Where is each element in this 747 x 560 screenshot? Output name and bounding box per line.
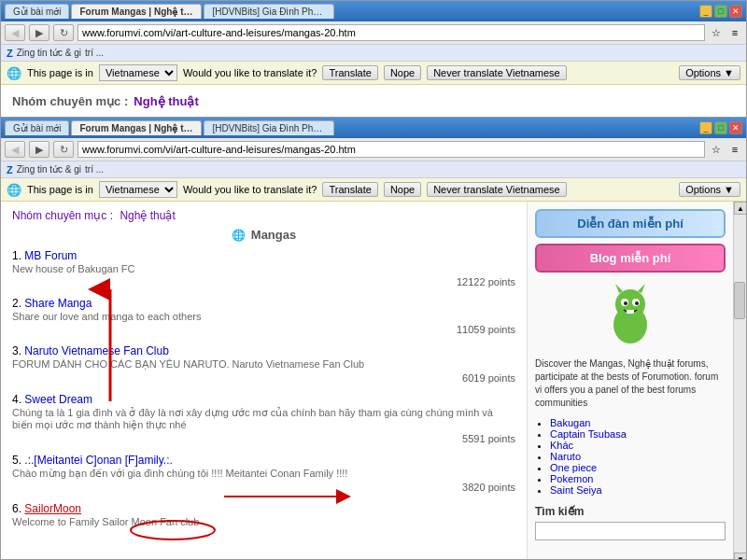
forum-1-desc: New house of Bakugan FC (12, 263, 515, 274)
forum-5-title[interactable]: .:.[Meitantei C]onan [F]amily.:. (24, 454, 173, 467)
link-pokemon: Pokemon (550, 473, 726, 484)
nope-button-1[interactable]: Nope (384, 65, 421, 80)
translate-bar-1: 🌐 This page is in Vietnamese Would you l… (1, 62, 746, 85)
breadcrumb-link-partial[interactable]: Nghệ thuật (134, 94, 198, 108)
zing-logo-2: Z (7, 164, 13, 175)
options-button-1[interactable]: Options ▼ (679, 65, 740, 80)
browser-window-2: Gửi bài mới Forum Mangas | Nghệ thuật [H… (0, 117, 747, 560)
translate-button-2[interactable]: Translate (322, 182, 377, 197)
maximize-btn-1[interactable]: □ (714, 5, 727, 18)
scroll-up-btn[interactable]: ▲ (734, 202, 746, 215)
forum-2-num: 2. (12, 297, 24, 310)
translate-bar-2: 🌐 This page is in Vietnamese Would you l… (1, 178, 746, 202)
address-bar-2[interactable] (78, 141, 705, 158)
forward-btn-2[interactable]: ▶ (29, 141, 49, 158)
translate-button-1[interactable]: Translate (322, 65, 377, 80)
link-naruto: Naruto (550, 451, 726, 462)
svg-point-5 (635, 301, 639, 305)
star-icon-1[interactable]: ☆ (709, 25, 724, 40)
forum-3-title[interactable]: Naruto Vietnamese Fan Club (24, 344, 169, 357)
link-khac: Khác (550, 440, 726, 451)
search-input[interactable] (535, 522, 726, 540)
forum-1-num: 1. (12, 249, 24, 262)
never-button-1[interactable]: Never translate Vietnamese (427, 65, 567, 80)
forum-3-desc: FORUM DÀNH CHO CÁC BẠN YÊU NARUTO. Narut… (12, 358, 515, 371)
refresh-btn-1[interactable]: ↻ (53, 24, 74, 41)
title-bar-1: Gửi bài mới Forum Mangas | Nghệ thuật [H… (1, 1, 746, 21)
forum-item-3: 3. Naruto Vietnamese Fan Club FORUM DÀNH… (12, 344, 515, 384)
forum-2-title[interactable]: Share Manga (24, 297, 92, 310)
forum-3-points: 6019 points (12, 372, 515, 384)
link-saintseiya-a[interactable]: Saint Seiya (550, 484, 602, 496)
minimize-btn-2[interactable]: _ (699, 121, 712, 134)
translate-question-1: Would you like to translate it? (183, 67, 317, 78)
link-naruto-a[interactable]: Naruto (550, 451, 581, 462)
forum-2-points: 11059 points (12, 324, 515, 335)
menu-icon-1[interactable]: ≡ (727, 25, 742, 40)
forum-item-6: 6. SailorMoon Welcome to Family Sailor M… (12, 502, 515, 527)
refresh-btn-2[interactable]: ↻ (53, 141, 74, 158)
forum-5-desc: Chào mừng bạn đến với gia đình chúng tôi… (12, 468, 515, 480)
minimize-btn-1[interactable]: _ (699, 5, 712, 18)
forum-item-2: 2. Share Manga Share our love and manga … (12, 297, 515, 335)
tab-1-video[interactable]: [HDVNBits] Gia Đình Phép Th... (204, 4, 334, 19)
tab-strip-2: Gửi bài mới Forum Mangas | Nghệ thuật [H… (5, 120, 334, 135)
menu-icon-2[interactable]: ≡ (727, 142, 742, 157)
zing-text-2: Zing tin tức & gi (17, 164, 81, 175)
link-onepiece: One piece (550, 462, 726, 473)
forum-6-title[interactable]: SailorMoon (24, 502, 81, 515)
link-khac-a[interactable]: Khác (550, 440, 573, 451)
link-captain-a[interactable]: Captain Tsubasa (550, 428, 627, 440)
scroll-down-btn[interactable]: ▼ (734, 553, 746, 560)
breadcrumb-partial: Nhóm chuyên mục : (12, 94, 128, 108)
svg-point-1 (615, 289, 645, 319)
zing-bar-2: Z Zing tin tức & gi trí ... (1, 161, 746, 178)
link-onepiece-a[interactable]: One piece (550, 462, 597, 473)
win-controls-1: _ □ ✕ (699, 5, 742, 18)
forum-5-num: 5. (12, 454, 24, 467)
maximize-btn-2[interactable]: □ (714, 121, 727, 134)
breadcrumb-link[interactable]: Nghệ thuật (120, 209, 175, 222)
forum-item-5: 5. .:.[Meitantei C]onan [F]amily.:. Chào… (12, 454, 515, 493)
zing-extra-2: trí ... (85, 164, 104, 175)
nav-bar-1: ◀ ▶ ↻ ☆ ≡ (1, 21, 746, 45)
forum-3-num: 3. (12, 344, 24, 357)
close-btn-1[interactable]: ✕ (729, 5, 742, 18)
never-button-2[interactable]: Never translate Vietnamese (427, 182, 567, 197)
star-icon-2[interactable]: ☆ (709, 142, 724, 157)
tab-2-forum[interactable]: Forum Mangas | Nghệ thuật (71, 120, 202, 135)
back-btn-2[interactable]: ◀ (5, 141, 25, 158)
close-btn-2[interactable]: ✕ (729, 121, 742, 134)
forum-links-list: Bakugan Captain Tsubasa Khác Naruto One … (535, 417, 726, 496)
tab-2-video[interactable]: [HDVNBits] Gia Đình Phép Th... (204, 120, 334, 135)
translate-icon-2: 🌐 (7, 183, 21, 197)
discover-text: Discover the Mangas, Nghệ thuật forums, … (535, 357, 726, 410)
forum-4-title[interactable]: Sweet Dream (24, 393, 92, 406)
link-captain: Captain Tsubasa (550, 428, 726, 440)
search-section: Tìm kiếm (535, 505, 726, 540)
page-wrapper: Gửi bài mới Forum Mangas | Nghệ thuật [H… (0, 0, 747, 560)
win-controls-2: _ □ ✕ (699, 121, 742, 134)
address-bar-1[interactable] (78, 24, 705, 41)
language-select-2[interactable]: Vietnamese (99, 181, 177, 198)
tab-1-send[interactable]: Gửi bài mới (5, 4, 69, 19)
tab-2-send[interactable]: Gửi bài mới (5, 120, 69, 135)
options-button-2[interactable]: Options ▼ (679, 182, 740, 197)
back-btn-1[interactable]: ◀ (5, 24, 25, 41)
svg-marker-7 (615, 284, 623, 293)
link-bakugan-a[interactable]: Bakugan (550, 417, 590, 428)
zing-extra-1: trí ... (85, 48, 104, 58)
translate-prefix-1: This page is in (27, 67, 93, 78)
svg-point-4 (624, 301, 627, 305)
banner-blog[interactable]: Blog miễn phí (535, 244, 726, 273)
forum-4-num: 4. (12, 393, 24, 406)
banner-free[interactable]: Diễn đàn miễn phí (535, 209, 726, 238)
language-select-1[interactable]: Vietnamese (99, 64, 177, 81)
scroll-track[interactable] (734, 215, 746, 553)
forum-1-title[interactable]: MB Forum (24, 249, 77, 262)
mascot-icon (535, 280, 726, 354)
tab-1-forum[interactable]: Forum Mangas | Nghệ thuật (71, 4, 202, 19)
forward-btn-1[interactable]: ▶ (29, 24, 49, 41)
link-pokemon-a[interactable]: Pokemon (550, 473, 593, 484)
nope-button-2[interactable]: Nope (384, 182, 421, 197)
